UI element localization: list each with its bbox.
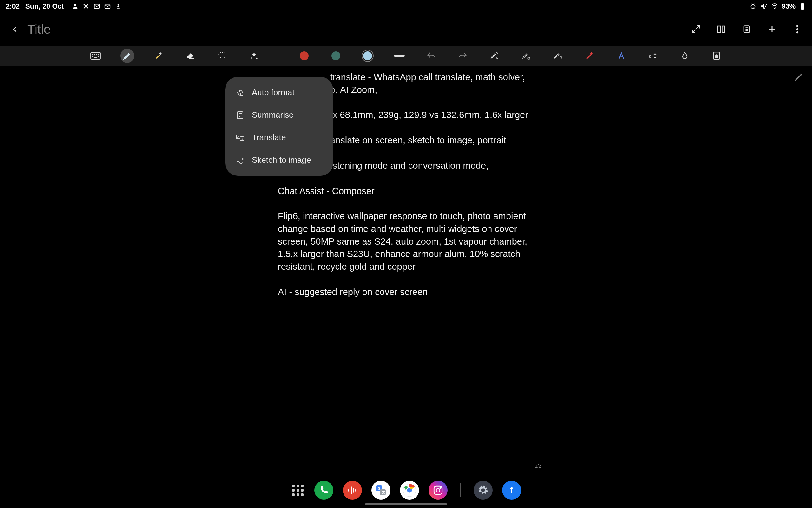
status-bar: 2:02 Sun, 20 Oct 93% (0, 0, 812, 13)
svg-point-0 (74, 4, 76, 6)
align-tool[interactable] (519, 49, 533, 63)
color-teal[interactable] (329, 49, 343, 63)
eraser-tool[interactable] (184, 49, 197, 63)
app-drawer-button[interactable] (291, 483, 305, 497)
svg-point-19 (98, 54, 99, 55)
note-line[interactable]: AI - suggested reply on cover screen (278, 286, 534, 299)
summarise-icon (236, 111, 244, 119)
reading-mode-button[interactable] (716, 24, 727, 35)
ai-assist-popup: Auto format Summarise A文 Translate Sketc… (225, 77, 333, 176)
add-button[interactable] (766, 24, 778, 35)
text-style-tool[interactable] (615, 49, 628, 63)
toolbar-separator (279, 51, 279, 60)
svg-point-18 (96, 54, 97, 55)
svg-point-14 (797, 31, 798, 33)
lasso-select-tool[interactable] (215, 49, 229, 63)
popup-sketch-to-image[interactable]: Sketch to image (225, 149, 333, 171)
fullscreen-button[interactable] (690, 24, 702, 35)
status-time: 2:02 (6, 2, 20, 10)
svg-rect-22 (94, 57, 97, 58)
dock-translate[interactable]: G文 (371, 481, 391, 500)
svg-point-27 (528, 57, 530, 59)
account-icon (72, 3, 79, 10)
dock-facebook[interactable]: f (502, 481, 521, 500)
stroke-weight[interactable] (392, 49, 406, 63)
auto-format-icon (236, 88, 244, 97)
color-red[interactable] (297, 49, 311, 63)
svg-rect-31 (715, 55, 718, 58)
svg-rect-6 (801, 3, 804, 9)
text-size-tool[interactable]: a (646, 49, 660, 63)
highlighter-tool[interactable] (152, 49, 166, 63)
battery-percentage: 93% (781, 2, 796, 10)
svg-rect-7 (802, 3, 803, 4)
color-picker-tool[interactable] (678, 49, 692, 63)
popup-item-label: Sketch to image (252, 155, 311, 165)
dock-settings[interactable] (473, 481, 493, 500)
dock-chrome[interactable] (400, 481, 419, 500)
navigation-pill[interactable] (365, 503, 447, 505)
svg-rect-42 (352, 486, 352, 494)
canvas-area[interactable]: translate - WhatsApp call translate, mat… (0, 66, 812, 472)
popup-translate[interactable]: A文 Translate (225, 126, 333, 149)
handwriting-to-text-tool[interactable] (488, 49, 501, 63)
wifi-icon (771, 3, 778, 10)
pen-tool[interactable] (120, 49, 134, 63)
svg-rect-28 (590, 52, 593, 54)
svg-rect-40 (348, 489, 349, 492)
page-indicator: 1/2 (535, 463, 541, 469)
quick-pen-button[interactable] (792, 71, 805, 83)
status-date: Sun, 20 Oct (26, 2, 64, 10)
lock-canvas-tool[interactable] (710, 49, 723, 63)
redo-button[interactable] (456, 49, 470, 63)
svg-point-21 (98, 56, 99, 57)
more-options-button[interactable] (792, 24, 803, 35)
chess-icon (115, 3, 122, 10)
svg-text:a: a (649, 54, 651, 59)
svg-point-24 (219, 52, 226, 58)
convert-shape-tool[interactable] (551, 49, 565, 63)
svg-text:A: A (237, 135, 239, 138)
dock-recorder[interactable] (343, 481, 362, 500)
svg-rect-23 (159, 52, 162, 55)
popup-item-label: Translate (252, 133, 286, 142)
color-blue[interactable] (361, 49, 374, 63)
alarm-icon (749, 3, 757, 10)
mail-icon-2 (104, 3, 111, 10)
svg-point-13 (797, 28, 798, 30)
svg-point-5 (774, 8, 775, 9)
translate-icon: A文 (236, 134, 244, 142)
popup-summarise[interactable]: Summarise (225, 104, 333, 126)
svg-point-17 (94, 54, 95, 55)
svg-point-25 (256, 58, 258, 59)
app-bar: Title (0, 13, 812, 46)
svg-rect-44 (355, 489, 356, 492)
svg-text:G: G (378, 486, 380, 490)
popup-auto-format[interactable]: Auto format (225, 81, 333, 104)
note-title[interactable]: Title (27, 22, 51, 37)
dock-instagram[interactable] (428, 481, 448, 500)
back-button[interactable] (9, 23, 21, 36)
svg-point-12 (797, 25, 798, 27)
sketch-icon (236, 156, 244, 164)
x-icon (82, 3, 90, 10)
svg-text:文: 文 (381, 490, 385, 494)
ai-assist-tool[interactable] (247, 49, 261, 63)
taskbar: G文 f (0, 472, 812, 508)
svg-rect-43 (353, 488, 354, 493)
dock-phone[interactable] (314, 481, 333, 500)
svg-point-54 (436, 488, 440, 492)
page-settings-button[interactable] (741, 24, 752, 35)
note-line[interactable]: Flip6, interactive wallpaper response to… (278, 210, 534, 273)
battery-icon (799, 3, 806, 10)
svg-text:文: 文 (241, 137, 243, 140)
mail-icon (93, 3, 100, 10)
svg-point-55 (440, 488, 441, 488)
popup-item-label: Summarise (252, 110, 294, 120)
mute-icon (760, 3, 768, 10)
note-line[interactable]: Chat Assist - Composer (278, 185, 534, 198)
undo-button[interactable] (424, 49, 438, 63)
favorite-pen-tool[interactable] (583, 49, 597, 63)
keyboard-tool[interactable] (89, 49, 102, 63)
svg-line-4 (764, 4, 767, 9)
